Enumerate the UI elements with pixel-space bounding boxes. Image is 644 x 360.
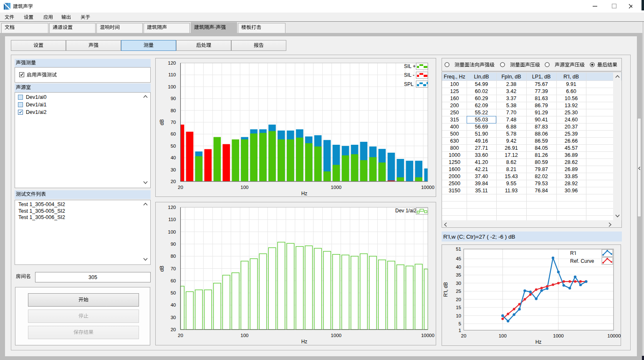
- svg-text:120: 120: [168, 205, 176, 210]
- svg-text:10000: 10000: [421, 185, 434, 190]
- svg-text:Hz: Hz: [535, 339, 542, 345]
- svg-text:10000: 10000: [421, 333, 434, 338]
- svg-text:100: 100: [499, 333, 507, 338]
- svg-text:dB: dB: [159, 266, 165, 272]
- svg-text:45: 45: [456, 256, 461, 261]
- svg-text:50: 50: [171, 143, 176, 149]
- svg-text:Ref. Curve: Ref. Curve: [570, 258, 594, 264]
- svg-text:40: 40: [171, 155, 176, 160]
- svg-text:15: 15: [456, 305, 461, 310]
- svg-text:110: 110: [168, 217, 176, 222]
- svg-text:20: 20: [461, 333, 467, 338]
- svg-text:60: 60: [171, 131, 176, 136]
- svg-text:100: 100: [240, 333, 248, 338]
- svg-text:110: 110: [168, 72, 176, 77]
- svg-text:20: 20: [171, 327, 176, 332]
- svg-text:20: 20: [171, 179, 176, 184]
- svg-text:90: 90: [171, 242, 176, 247]
- svg-text:dB: dB: [159, 119, 165, 126]
- svg-text:R'I: R'I: [570, 250, 576, 256]
- svg-text:SIL +: SIL +: [404, 63, 416, 69]
- svg-text:40: 40: [171, 302, 176, 307]
- svg-text:30: 30: [456, 281, 461, 286]
- svg-text:Hz: Hz: [301, 191, 308, 196]
- svg-text:80: 80: [171, 108, 176, 113]
- svg-text:20: 20: [178, 333, 183, 338]
- svg-text:30: 30: [171, 167, 176, 172]
- svg-text:20: 20: [456, 297, 461, 302]
- svg-text:20: 20: [178, 185, 183, 190]
- svg-text:80: 80: [171, 254, 176, 259]
- svg-text:1: 1: [459, 328, 461, 333]
- svg-text:120: 120: [168, 60, 176, 65]
- svg-text:90: 90: [171, 96, 176, 101]
- svg-text:Hz: Hz: [301, 339, 308, 345]
- svg-text:10000: 10000: [607, 333, 621, 338]
- svg-text:1000: 1000: [553, 333, 564, 338]
- svg-text:40: 40: [456, 264, 461, 269]
- svg-text:100: 100: [240, 185, 248, 190]
- svg-text:SPL: SPL: [404, 81, 414, 87]
- svg-text:60: 60: [171, 278, 176, 283]
- svg-text:R'I, dB: R'I, dB: [443, 282, 449, 297]
- svg-text:70: 70: [171, 266, 176, 271]
- svg-text:100: 100: [168, 229, 176, 234]
- svg-text:35: 35: [456, 272, 461, 277]
- svg-text:5: 5: [459, 321, 461, 326]
- svg-text:25: 25: [456, 289, 461, 294]
- svg-text:30: 30: [171, 315, 176, 320]
- svg-text:SIL -: SIL -: [404, 72, 414, 78]
- svg-text:1000: 1000: [331, 333, 342, 338]
- svg-text:51: 51: [456, 247, 461, 252]
- svg-text:50: 50: [171, 290, 176, 295]
- svg-text:100: 100: [168, 84, 176, 89]
- svg-text:10: 10: [456, 313, 461, 318]
- svg-text:1000: 1000: [331, 185, 342, 190]
- svg-text:Dev 1/ai2: Dev 1/ai2: [395, 208, 417, 214]
- svg-text:70: 70: [171, 120, 176, 125]
